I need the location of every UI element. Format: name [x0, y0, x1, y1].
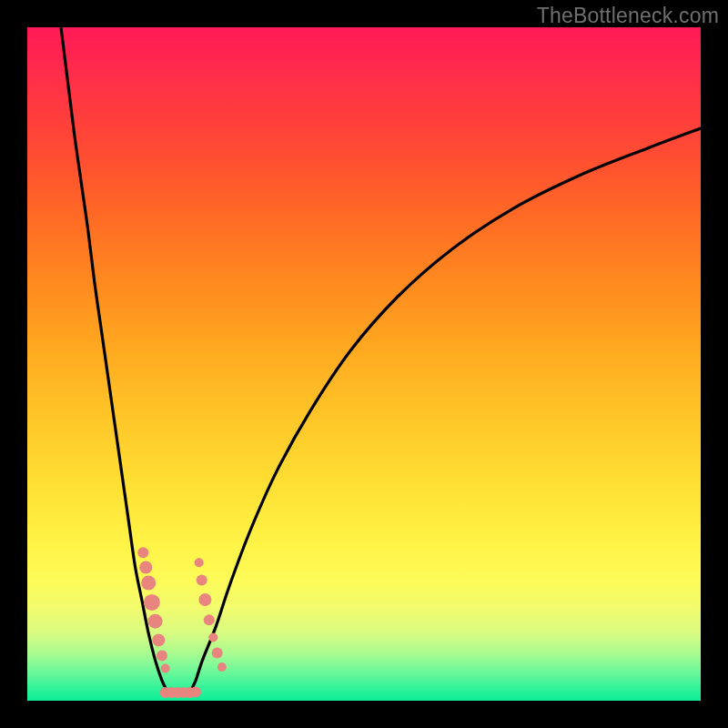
- watermark-text: TheBottleneck.com: [537, 4, 719, 28]
- data-marker: [197, 575, 207, 586]
- data-marker: [212, 647, 223, 658]
- data-marker: [144, 594, 160, 611]
- plot-area: [27, 27, 701, 701]
- data-marker: [161, 663, 170, 672]
- data-marker: [195, 558, 204, 567]
- data-marker: [141, 576, 156, 591]
- data-marker: [157, 650, 167, 661]
- chart-svg: [27, 27, 701, 701]
- data-marker: [217, 662, 227, 672]
- data-marker: [198, 593, 211, 606]
- data-marker: [148, 614, 163, 629]
- data-marker: [190, 686, 201, 697]
- marker-layer: [137, 547, 227, 698]
- data-marker: [152, 633, 165, 646]
- data-marker: [137, 547, 148, 558]
- series-right-branch: [189, 128, 701, 694]
- data-marker: [139, 561, 152, 573]
- data-marker: [208, 632, 217, 642]
- series-left-branch: [61, 27, 168, 694]
- curve-layer: [61, 27, 701, 694]
- data-marker: [204, 614, 215, 625]
- outer-frame: TheBottleneck.com: [0, 0, 728, 728]
